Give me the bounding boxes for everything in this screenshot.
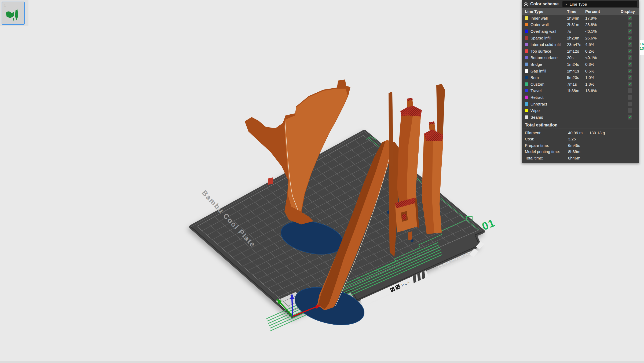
line-type-row: Internal solid infill 23m47s 4.5% ✓: [522, 41, 639, 48]
collapse-panel-icon[interactable]: [524, 2, 528, 6]
display-checkbox[interactable]: ✓: [628, 49, 632, 53]
line-type-row: Bridge 1m24s 0.3% ✓: [522, 61, 639, 68]
line-type-percent: 1.3%: [585, 82, 628, 86]
display-checkbox[interactable]: [628, 102, 632, 106]
line-type-row: Outer wall 2h31m 28.8% ✓: [522, 21, 639, 28]
total-value: 8h46m: [568, 156, 589, 160]
line-type-time: 23m47s: [567, 42, 585, 47]
display-checkbox[interactable]: ✓: [628, 75, 632, 80]
line-type-row: Wipe: [522, 107, 639, 114]
total-value: 8h39m: [568, 149, 589, 154]
total-value-2: 130.13 g: [589, 130, 639, 135]
line-type-color-swatch: [525, 49, 528, 53]
total-value: 40.99 m: [568, 130, 589, 135]
plate-thumbnail-index: 1: [4, 3, 6, 7]
chevron-down-icon: ⌄: [565, 2, 568, 6]
line-type-rows: Inner wall 1h34m 17.9% ✓ Outer wall 2h31…: [522, 15, 639, 121]
line-type-label: Top surface: [530, 49, 567, 53]
display-checkbox[interactable]: ✓: [628, 42, 632, 47]
line-type-row: Gap infill 2m41s 0.5% ✓: [522, 68, 639, 74]
line-type-color-swatch: [525, 89, 528, 92]
line-type-time: 5m23s: [567, 75, 585, 80]
line-type-label: Travel: [530, 88, 567, 93]
line-type-color-swatch: [525, 96, 528, 99]
layer-number-bottom: 13: [640, 46, 644, 50]
color-scheme-dropdown[interactable]: ⌄ Line Type: [562, 1, 637, 7]
layer-slider-tooltip[interactable]: 16 13: [640, 40, 644, 55]
line-type-row: Bottom surface 20s <0.1% ✓: [522, 55, 639, 61]
line-type-color-swatch: [525, 23, 528, 26]
line-type-color-swatch: [525, 30, 528, 33]
plate-thumbnail-strip: 1: [0, 0, 28, 26]
total-label: Total time:: [525, 156, 568, 160]
line-type-row: Travel 1h38m 18.6%: [522, 88, 639, 94]
line-type-label: Custom: [530, 82, 567, 86]
line-type-time: 7s: [567, 29, 585, 34]
display-checkbox[interactable]: ✓: [628, 36, 632, 40]
bambu-studio-preview: { "thumbnail": { "index": "1" }, "panel"…: [0, 0, 644, 363]
line-type-label: Outer wall: [530, 22, 567, 27]
layer-number-top: 16: [640, 42, 644, 46]
line-type-label: Overhang wall: [530, 29, 567, 34]
display-checkbox[interactable]: ✓: [628, 29, 632, 34]
display-checkbox[interactable]: [628, 108, 632, 113]
display-checkbox[interactable]: ✓: [628, 22, 632, 27]
panel-titlebar: Color scheme ⌄ Line Type: [522, 0, 639, 8]
display-checkbox[interactable]: ✓: [628, 16, 632, 20]
line-type-color-swatch: [525, 69, 528, 73]
color-scheme-dropdown-value: Line Type: [570, 2, 587, 6]
line-type-time: 1m12s: [567, 49, 585, 53]
total-value: 3.25: [568, 137, 589, 141]
line-type-time: 2h20m: [567, 36, 585, 40]
total-label: Model printing time:: [525, 149, 568, 154]
line-type-row: Custom 7m1s 1.3% ✓: [522, 81, 639, 88]
line-type-time: 1h38m: [567, 88, 585, 93]
display-checkbox[interactable]: [628, 95, 632, 100]
line-type-color-swatch: [525, 102, 528, 106]
col-percent: Percent: [585, 9, 621, 14]
line-type-label: Seams: [530, 115, 567, 119]
total-label: Cost:: [525, 137, 568, 141]
bottom-edge-strip: [0, 361, 644, 363]
line-type-label: Unretract: [530, 102, 567, 106]
display-checkbox[interactable]: ✓: [628, 62, 632, 67]
line-type-color-swatch: [525, 82, 528, 86]
line-type-label: Inner wall: [530, 16, 567, 20]
line-type-percent: 26.6%: [585, 36, 628, 40]
total-row: Model printing time: 8h39m: [522, 148, 639, 155]
line-type-percent: 0.5%: [585, 69, 628, 73]
display-checkbox[interactable]: ✓: [628, 82, 632, 86]
display-checkbox[interactable]: ✓: [628, 55, 632, 60]
line-type-row: Retract: [522, 94, 639, 101]
line-type-percent: 28.8%: [585, 22, 628, 27]
line-type-label: Retract: [530, 95, 567, 100]
line-type-label: Bridge: [530, 62, 567, 67]
line-type-percent: 4.5%: [585, 42, 628, 47]
line-type-time: 2h31m: [567, 22, 585, 27]
line-type-percent: <0.1%: [585, 29, 628, 34]
line-type-time: 2m41s: [567, 69, 585, 73]
line-type-row: Seams ✓: [522, 114, 639, 121]
line-type-row: Inner wall 1h34m 17.9% ✓: [522, 15, 639, 21]
line-type-row: Top surface 1m12s 0.2% ✓: [522, 48, 639, 55]
total-row: Prepare time: 6m45s: [522, 142, 639, 149]
col-line-type: Line Type: [525, 9, 567, 14]
total-row: Filament: 40.99 m 130.13 g: [522, 130, 639, 136]
line-type-percent: <0.1%: [585, 55, 628, 60]
total-estimation-title: Total estimation: [522, 121, 639, 129]
display-checkbox[interactable]: [628, 88, 632, 93]
line-type-label: Internal solid infill: [530, 42, 567, 47]
display-checkbox[interactable]: ✓: [628, 69, 632, 73]
line-type-label: Bottom surface: [530, 55, 567, 60]
line-type-percent: 17.9%: [585, 16, 628, 20]
col-display: Display: [621, 9, 635, 14]
line-type-percent: 18.6%: [585, 88, 628, 93]
line-type-color-swatch: [525, 36, 528, 40]
line-type-percent: 0.2%: [585, 49, 628, 53]
exposed-infill-top: [400, 106, 422, 117]
line-type-color-swatch: [525, 109, 528, 112]
line-type-label: Sparse infill: [530, 36, 567, 40]
plate-thumbnail[interactable]: 1: [2, 2, 25, 25]
display-checkbox[interactable]: ✓: [628, 115, 632, 119]
line-type-percent: 0.3%: [585, 62, 628, 67]
